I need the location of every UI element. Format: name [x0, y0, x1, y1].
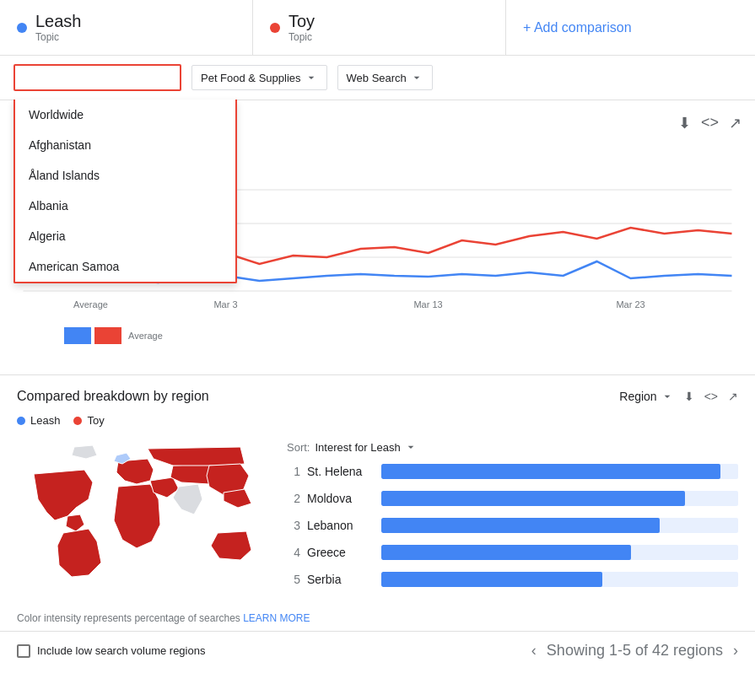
rank-bar	[381, 491, 685, 506]
bottom-section: Compared breakdown by region Region ⬇ <>…	[0, 374, 755, 670]
category-dropdown[interactable]: Pet Food & Supplies	[191, 65, 327, 90]
embed-icon[interactable]: <>	[701, 114, 719, 132]
sort-value-dropdown[interactable]: Interest for Leash	[315, 440, 417, 454]
rank-name: Lebanon	[307, 519, 375, 532]
rank-number: 3	[287, 519, 300, 532]
toy-sub: Topic	[289, 31, 315, 43]
rank-bar-container	[381, 518, 738, 533]
toy-chip-text: Toy Topic	[289, 12, 315, 43]
breakdown-controls: Region ⬇ <> ↗	[619, 390, 738, 403]
topic-chip-leash: Leash Topic	[0, 0, 253, 55]
legend-bar-blue	[64, 327, 91, 344]
rank-bar	[381, 518, 660, 533]
low-volume-label: Include low search volume regions	[37, 644, 205, 657]
table-row: 4 Greece	[287, 545, 738, 560]
toy-title: Toy	[289, 12, 315, 31]
geo-option-algeria[interactable]: Algeria	[15, 221, 235, 251]
legend-toy: Toy	[73, 414, 104, 427]
add-comparison-button[interactable]: + Add comparison	[506, 0, 755, 55]
learn-more-link[interactable]: LEARN MORE	[243, 612, 310, 624]
share-icon[interactable]: ↗	[729, 114, 742, 132]
sort-value-label: Interest for Leash	[315, 441, 400, 454]
geo-option-worldwide[interactable]: Worldwide	[15, 100, 235, 130]
leash-title: Leash	[35, 12, 82, 31]
rank-bar	[381, 464, 720, 479]
legend-bar-red	[94, 327, 121, 344]
toy-dot	[270, 23, 280, 33]
region-dropdown[interactable]: Region	[619, 390, 673, 403]
rank-bar	[381, 545, 631, 560]
rankings-area: Sort: Interest for Leash 1 St. Helena 2 …	[287, 440, 738, 599]
search-type-label: Web Search	[347, 72, 407, 84]
topic-chip-toy: Toy Topic	[253, 0, 506, 55]
rank-number: 1	[287, 465, 300, 478]
next-page-icon[interactable]: ›	[733, 642, 738, 660]
rank-bar-container	[381, 464, 738, 479]
rank-bar	[381, 572, 602, 587]
legend-label: Average	[128, 331, 163, 341]
legend-leash-dot	[17, 417, 25, 425]
svg-text:Mar 13: Mar 13	[413, 299, 442, 310]
sort-chevron-icon	[404, 440, 418, 454]
rank-number: 2	[287, 492, 300, 505]
table-row: 2 Moldova	[287, 491, 738, 506]
breakdown-embed-icon[interactable]: <>	[704, 390, 718, 403]
leash-sub: Topic	[35, 31, 82, 43]
rank-bar-container	[381, 491, 738, 506]
geo-option-albania[interactable]: Albania	[15, 191, 235, 221]
breakdown-download-icon[interactable]: ⬇	[684, 390, 694, 403]
map-area	[17, 440, 270, 599]
legend-leash: Leash	[17, 414, 60, 427]
rank-number: 4	[287, 546, 300, 559]
geo-option-american-samoa[interactable]: American Samoa	[15, 251, 235, 282]
geo-search-input[interactable]	[24, 71, 171, 84]
table-row: 1 St. Helena	[287, 464, 738, 479]
legend-row: Leash Toy	[0, 411, 755, 433]
table-row: 3 Lebanon	[287, 518, 738, 533]
table-row: 5 Serbia	[287, 572, 738, 587]
svg-text:Average: Average	[73, 299, 108, 310]
rank-name: Moldova	[307, 492, 375, 505]
rank-name: St. Helena	[307, 465, 375, 478]
legend-toy-label: Toy	[87, 414, 104, 427]
main-section: Pet Food & Supplies Web Search Worldwide…	[0, 56, 755, 361]
leash-chip-text: Leash Topic	[35, 12, 82, 43]
prev-page-icon[interactable]: ‹	[531, 642, 537, 660]
search-type-dropdown[interactable]: Web Search	[337, 65, 433, 90]
region-label: Region	[619, 390, 656, 403]
breakdown-share-icon[interactable]: ↗	[728, 390, 738, 403]
geo-dropdown[interactable]	[13, 64, 181, 91]
breakdown-header: Compared breakdown by region Region ⬇ <>…	[0, 375, 755, 411]
pagination: ‹ Showing 1-5 of 42 regions ›	[531, 642, 738, 660]
sort-label: Sort:	[287, 441, 310, 454]
filter-bar: Pet Food & Supplies Web Search Worldwide…	[0, 56, 755, 100]
region-chevron-icon	[661, 390, 674, 403]
rank-bar-container	[381, 545, 738, 560]
geo-dropdown-list: Worldwide Afghanistan Åland Islands Alba…	[13, 100, 237, 283]
download-icon[interactable]: ⬇	[678, 114, 691, 132]
color-note: Color intensity represents percentage of…	[0, 612, 755, 631]
header-bar: Leash Topic Toy Topic + Add comparison	[0, 0, 755, 56]
sort-row: Sort: Interest for Leash	[287, 440, 738, 454]
breakdown-body: Sort: Interest for Leash 1 St. Helena 2 …	[0, 433, 755, 612]
color-note-text: Color intensity represents percentage of…	[17, 612, 240, 624]
low-volume-checkbox[interactable]	[17, 644, 30, 658]
svg-text:Mar 3: Mar 3	[213, 299, 237, 310]
svg-text:Mar 23: Mar 23	[616, 299, 644, 310]
low-volume-row: Include low search volume regions	[17, 644, 205, 658]
geo-option-afghanistan[interactable]: Afghanistan	[15, 130, 235, 160]
category-label: Pet Food & Supplies	[201, 72, 301, 84]
breakdown-footer: Include low search volume regions ‹ Show…	[0, 631, 755, 670]
pagination-label: Showing 1-5 of 42 regions	[547, 642, 723, 660]
legend-leash-label: Leash	[30, 414, 60, 427]
rank-bar-container	[381, 572, 738, 587]
breakdown-title: Compared breakdown by region	[17, 389, 209, 404]
rank-name: Serbia	[307, 573, 375, 586]
rank-number: 5	[287, 573, 300, 586]
world-map	[17, 440, 262, 592]
rank-name: Greece	[307, 546, 375, 559]
leash-dot	[17, 23, 27, 33]
geo-option-aland[interactable]: Åland Islands	[15, 160, 235, 191]
legend-toy-dot	[73, 417, 82, 425]
